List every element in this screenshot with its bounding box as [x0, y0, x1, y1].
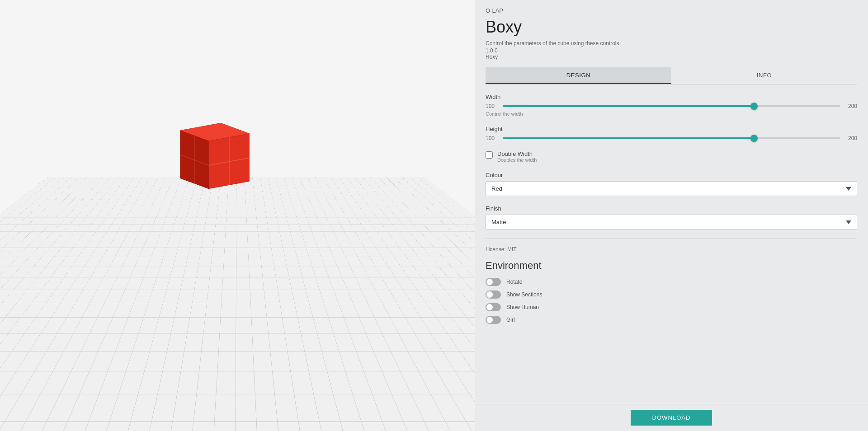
- show-sections-label: Show Sections: [506, 291, 542, 298]
- viewport[interactable]: [0, 0, 475, 431]
- height-label: Height: [486, 126, 857, 132]
- cube: [194, 128, 235, 184]
- finish-section: Finish Matte Glossy Satin: [486, 205, 857, 230]
- grid-container: [0, 0, 475, 431]
- environment-section: Environment Rotate Show Sections Show Hu…: [486, 260, 857, 324]
- environment-title: Environment: [486, 260, 857, 272]
- width-slider[interactable]: [503, 105, 840, 107]
- toggle-girl-row: Girl: [486, 316, 857, 324]
- double-width-description: Doubles the width: [497, 157, 537, 163]
- width-section: Width 100 200 Control the width: [486, 94, 857, 117]
- panel-footer: DOWNLOAD: [475, 404, 868, 431]
- plugin-description: Control the parameters of the cube using…: [486, 39, 857, 47]
- double-width-section: Double Width Doubles the width: [486, 150, 857, 163]
- cube-object: [190, 131, 240, 181]
- height-slider[interactable]: [503, 137, 840, 139]
- finish-label: Finish: [486, 205, 857, 212]
- divider-1: [486, 239, 857, 239]
- tabs: DESIGN INFO: [486, 67, 857, 84]
- colour-label: Colour: [486, 172, 857, 178]
- license-text: License: MIT: [486, 246, 857, 253]
- cube-face-front: [208, 133, 249, 189]
- finish-select[interactable]: Matte Glossy Satin: [486, 215, 857, 230]
- panel-content[interactable]: Width 100 200 Control the width Height 1…: [475, 84, 868, 404]
- toggle-rotate-row: Rotate: [486, 278, 857, 286]
- toggle-show-sections-row: Show Sections: [486, 290, 857, 299]
- right-panel: O-LAP Boxy Control the parameters of the…: [475, 0, 868, 431]
- width-slider-row: 100 200: [486, 103, 857, 109]
- plugin-version: 1.0.0: [486, 47, 857, 54]
- double-width-checkbox[interactable]: [486, 151, 493, 159]
- height-min: 100: [486, 135, 498, 141]
- colour-select[interactable]: Red Green Blue Yellow White Black: [486, 181, 857, 196]
- download-button[interactable]: DOWNLOAD: [631, 410, 712, 426]
- width-max: 200: [844, 103, 857, 109]
- plugin-title: Boxy: [486, 18, 857, 37]
- height-slider-row: 100 200: [486, 135, 857, 141]
- colour-section: Colour Red Green Blue Yellow White Black: [486, 172, 857, 196]
- toggle-show-human-row: Show Human: [486, 303, 857, 311]
- tab-info[interactable]: INFO: [671, 67, 857, 84]
- double-width-label[interactable]: Double Width: [497, 150, 537, 157]
- height-max: 200: [844, 135, 857, 141]
- tab-design[interactable]: DESIGN: [486, 67, 671, 84]
- double-width-text: Double Width Doubles the width: [497, 150, 537, 163]
- width-label: Width: [486, 94, 857, 100]
- rotate-toggle[interactable]: [486, 278, 501, 286]
- cube-face-left: [180, 130, 208, 189]
- girl-toggle[interactable]: [486, 316, 501, 324]
- show-sections-toggle[interactable]: [486, 290, 501, 299]
- panel-header: O-LAP Boxy Control the parameters of the…: [475, 0, 868, 84]
- show-human-label: Show Human: [506, 304, 539, 310]
- rotate-label: Rotate: [506, 279, 522, 285]
- app-name: O-LAP: [486, 7, 857, 14]
- height-section: Height 100 200: [486, 126, 857, 141]
- width-sublabel: Control the width: [486, 111, 857, 117]
- girl-label: Girl: [506, 317, 515, 323]
- double-width-row: Double Width Doubles the width: [486, 150, 857, 163]
- width-min: 100: [486, 103, 498, 109]
- show-human-toggle[interactable]: [486, 303, 501, 311]
- plugin-subtitle: Roxy: [486, 54, 857, 60]
